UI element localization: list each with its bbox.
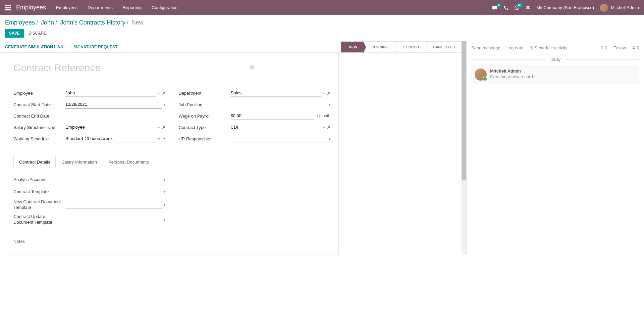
- messages-badge: 4: [496, 3, 501, 7]
- apps-icon[interactable]: [5, 5, 11, 11]
- form-col-left: Employee ▾ ↗ Contract Start Date ▾: [13, 89, 165, 146]
- breadcrumb-john[interactable]: John: [41, 19, 54, 26]
- nav-configuration[interactable]: Configuration: [152, 5, 177, 10]
- status-bar: GENERATE SIMULATION LINK SIGNATURE REQUE…: [0, 41, 466, 53]
- salary-structure-label: Salary Structure Type: [13, 125, 65, 130]
- schedule-activity-button[interactable]: Schedule activity: [529, 45, 567, 50]
- contract-type-field[interactable]: [231, 124, 321, 131]
- tab-content: Analytic Account ▾ Contract Template ▾ N…: [13, 175, 330, 244]
- top-nav: Employees Employees Departments Reportin…: [0, 0, 644, 15]
- status-cancelled[interactable]: CANCELLED: [425, 41, 461, 53]
- chevron-down-icon[interactable]: ▾: [164, 218, 165, 221]
- settings-icon[interactable]: [526, 5, 530, 10]
- breadcrumb-bar: Employees/ John/ John's Contracts Histor…: [0, 15, 644, 41]
- chevron-down-icon[interactable]: ▾: [164, 103, 165, 106]
- message-avatar-icon: ✈: [475, 69, 487, 81]
- signature-request-button[interactable]: SIGNATURE REQUEST: [73, 45, 117, 49]
- nav-reporting[interactable]: Reporting: [123, 5, 142, 10]
- tab-salary-information[interactable]: Salary Information: [56, 156, 103, 168]
- tab-contract-details[interactable]: Contract Details: [13, 156, 56, 168]
- wage-field[interactable]: [231, 112, 314, 120]
- tab-personal-documents[interactable]: Personal Documents: [103, 156, 155, 168]
- svg-point-2: [633, 46, 635, 47]
- job-position-label: Job Position: [179, 102, 231, 107]
- working-schedule-label: Working Schedule: [13, 136, 65, 141]
- messages-icon[interactable]: 4: [492, 5, 497, 10]
- generate-simulation-link-button[interactable]: GENERATE SIMULATION LINK: [5, 45, 63, 49]
- department-label: Department: [179, 91, 231, 96]
- contract-update-doc-field[interactable]: [65, 216, 162, 223]
- user-name: Mitchell Admin: [611, 5, 639, 10]
- chatter-date-separator: Today: [471, 57, 639, 62]
- start-date-field[interactable]: [65, 101, 162, 108]
- scrollbar[interactable]: [462, 41, 466, 255]
- save-button[interactable]: SAVE: [5, 29, 24, 38]
- status-expired[interactable]: EXPIRED: [395, 41, 425, 53]
- wage-suffix: / month: [317, 114, 330, 118]
- form-sheet: Employee ▾ ↗ Contract Start Date ▾: [5, 53, 339, 255]
- end-date-label: Contract End Date: [13, 114, 65, 119]
- chatter-message: ✈ Mitchell Admin Creating a new record..…: [471, 65, 639, 84]
- status-new[interactable]: NEW: [341, 41, 364, 53]
- breadcrumb-contracts[interactable]: John's Contracts History: [60, 19, 125, 26]
- chevron-down-icon[interactable]: ▾: [158, 137, 160, 141]
- external-link-icon[interactable]: ↗: [162, 91, 165, 96]
- status-running[interactable]: RUNNING: [363, 41, 394, 53]
- company-selector[interactable]: My Company (San Francisco): [536, 5, 594, 10]
- end-date-field[interactable]: [65, 112, 165, 120]
- external-link-icon[interactable]: ↗: [327, 125, 330, 130]
- new-contract-doc-field[interactable]: [65, 201, 162, 209]
- activities-badge: 41: [517, 3, 523, 7]
- chevron-down-icon[interactable]: ▾: [158, 91, 160, 95]
- department-field[interactable]: [231, 89, 321, 97]
- log-note-button[interactable]: Log note: [506, 45, 524, 50]
- message-text: Creating a new record...: [490, 74, 636, 79]
- user-menu[interactable]: Mitchell Admin: [600, 4, 639, 12]
- nav-departments[interactable]: Departments: [88, 5, 112, 10]
- phone-icon[interactable]: [503, 5, 508, 10]
- contract-template-field[interactable]: [65, 188, 162, 195]
- activities-icon[interactable]: 41: [514, 5, 520, 10]
- chatter: Send message Log note Schedule activity …: [466, 41, 644, 255]
- user-avatar-icon: [600, 4, 608, 12]
- breadcrumb: Employees/ John/ John's Contracts Histor…: [5, 19, 639, 26]
- employee-field[interactable]: [65, 89, 156, 97]
- chevron-down-icon[interactable]: ▾: [329, 103, 330, 106]
- discard-button[interactable]: DISCARD: [27, 29, 48, 38]
- module-title[interactable]: Employees: [16, 4, 46, 11]
- contract-reference-input[interactable]: [13, 61, 243, 75]
- chevron-down-icon[interactable]: ▾: [164, 203, 165, 207]
- status-steps: NEW RUNNING EXPIRED CANCELLED: [341, 41, 461, 53]
- analytic-account-field[interactable]: [65, 176, 162, 183]
- new-contract-doc-label: New Contract Document Template: [13, 199, 65, 211]
- chevron-down-icon[interactable]: ▾: [323, 126, 325, 129]
- contract-update-doc-label: Contract Update Document Template: [13, 214, 65, 225]
- chevron-down-icon[interactable]: ▾: [158, 126, 160, 129]
- chevron-down-icon[interactable]: ▾: [323, 91, 325, 95]
- send-message-button[interactable]: Send message: [471, 45, 500, 50]
- nav-employees[interactable]: Employees: [56, 5, 77, 10]
- chevron-down-icon[interactable]: ▾: [164, 178, 165, 181]
- nav-menu: Employees Departments Reporting Configur…: [56, 5, 177, 10]
- external-link-icon[interactable]: ↗: [162, 125, 165, 130]
- working-schedule-field[interactable]: [65, 135, 156, 142]
- chevron-down-icon[interactable]: ▾: [329, 137, 330, 141]
- external-link-icon[interactable]: ↗: [327, 91, 330, 96]
- contract-type-label: Contract Type: [179, 125, 231, 130]
- job-position-field[interactable]: [231, 101, 327, 108]
- employee-label: Employee: [13, 91, 65, 96]
- breadcrumb-current: New: [131, 19, 144, 26]
- external-link-icon[interactable]: ↗: [162, 136, 165, 141]
- follow-button[interactable]: Follow: [613, 45, 626, 50]
- hr-responsible-field[interactable]: [231, 135, 327, 142]
- breadcrumb-employees[interactable]: Employees: [5, 19, 35, 26]
- salary-structure-field[interactable]: [65, 124, 156, 131]
- attachments-button[interactable]: 0: [600, 45, 607, 50]
- message-author: Mitchell Admin: [490, 69, 636, 74]
- form-col-right: Department ▾ ↗ Job Position ▾: [179, 89, 331, 146]
- followers-button[interactable]: 0: [632, 45, 639, 50]
- analytic-account-label: Analytic Account: [13, 177, 65, 182]
- chevron-down-icon[interactable]: ▾: [164, 190, 165, 193]
- kanban-state-icon[interactable]: [250, 65, 255, 70]
- main-container: GENERATE SIMULATION LINK SIGNATURE REQUE…: [0, 41, 644, 255]
